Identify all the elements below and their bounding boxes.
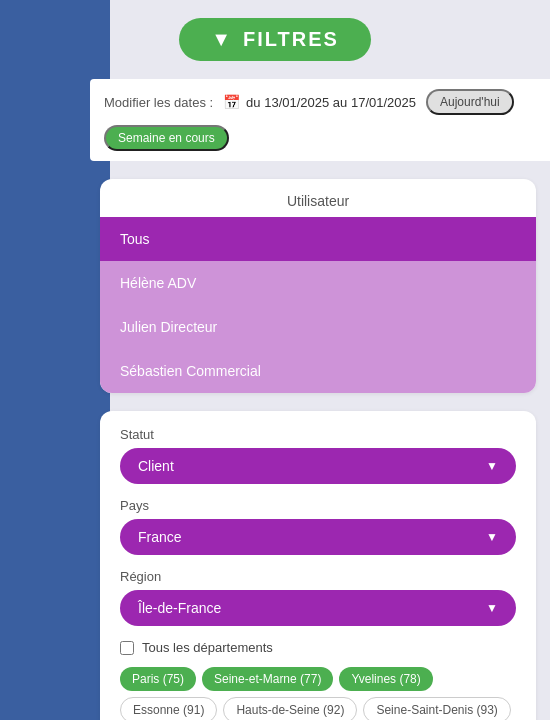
department-chip[interactable]: Essonne (91) (120, 697, 217, 720)
pays-arrow-icon: ▼ (486, 530, 498, 544)
date-label: Modifier les dates : (104, 95, 213, 110)
department-chip[interactable]: Seine-et-Marne (77) (202, 667, 333, 691)
filter-button-label: FILTRES (243, 28, 339, 51)
user-list: TousHélène ADVJulien DirecteurSébastien … (100, 217, 536, 393)
pays-dropdown[interactable]: France ▼ (120, 519, 516, 555)
utilisateur-title: Utilisateur (100, 179, 536, 209)
all-departments-row: Tous les départements (120, 640, 516, 655)
statut-label: Statut (120, 427, 516, 442)
region-dropdown[interactable]: Île-de-France ▼ (120, 590, 516, 626)
week-button[interactable]: Semaine en cours (104, 125, 229, 151)
statut-selected: Client (138, 458, 174, 474)
main-content: ▼ FILTRES Modifier les dates : 📅 du 13/0… (0, 0, 550, 720)
pays-selected: France (138, 529, 182, 545)
utilisateur-card: Utilisateur TousHélène ADVJulien Directe… (100, 179, 536, 393)
user-item[interactable]: Tous (100, 217, 536, 261)
department-chip[interactable]: Paris (75) (120, 667, 196, 691)
date-bar: Modifier les dates : 📅 du 13/01/2025 au … (90, 79, 550, 161)
statut-arrow-icon: ▼ (486, 459, 498, 473)
filter-button[interactable]: ▼ FILTRES (179, 18, 371, 61)
department-chip[interactable]: Hauts-de-Seine (92) (223, 697, 357, 720)
region-group: Région Île-de-France ▼ (120, 569, 516, 626)
department-chip[interactable]: Seine-Saint-Denis (93) (363, 697, 510, 720)
user-item[interactable]: Sébastien Commercial (100, 349, 536, 393)
filter-header: ▼ FILTRES (0, 0, 550, 79)
date-range-text: du 13/01/2025 au 17/01/2025 (246, 95, 416, 110)
region-arrow-icon: ▼ (486, 601, 498, 615)
region-label: Région (120, 569, 516, 584)
department-chips: Paris (75)Seine-et-Marne (77)Yvelines (7… (120, 667, 516, 720)
date-range: 📅 du 13/01/2025 au 17/01/2025 (223, 94, 416, 110)
user-item[interactable]: Hélène ADV (100, 261, 536, 305)
today-button[interactable]: Aujourd'hui (426, 89, 514, 115)
filters-card: Statut Client ▼ Pays France ▼ Région Île… (100, 411, 536, 720)
pays-label: Pays (120, 498, 516, 513)
user-item[interactable]: Julien Directeur (100, 305, 536, 349)
funnel-icon: ▼ (211, 28, 233, 51)
department-chip[interactable]: Yvelines (78) (339, 667, 432, 691)
statut-dropdown[interactable]: Client ▼ (120, 448, 516, 484)
pays-group: Pays France ▼ (120, 498, 516, 555)
statut-group: Statut Client ▼ (120, 427, 516, 484)
all-departments-label: Tous les départements (142, 640, 273, 655)
calendar-icon: 📅 (223, 94, 240, 110)
all-departments-checkbox[interactable] (120, 641, 134, 655)
region-selected: Île-de-France (138, 600, 221, 616)
